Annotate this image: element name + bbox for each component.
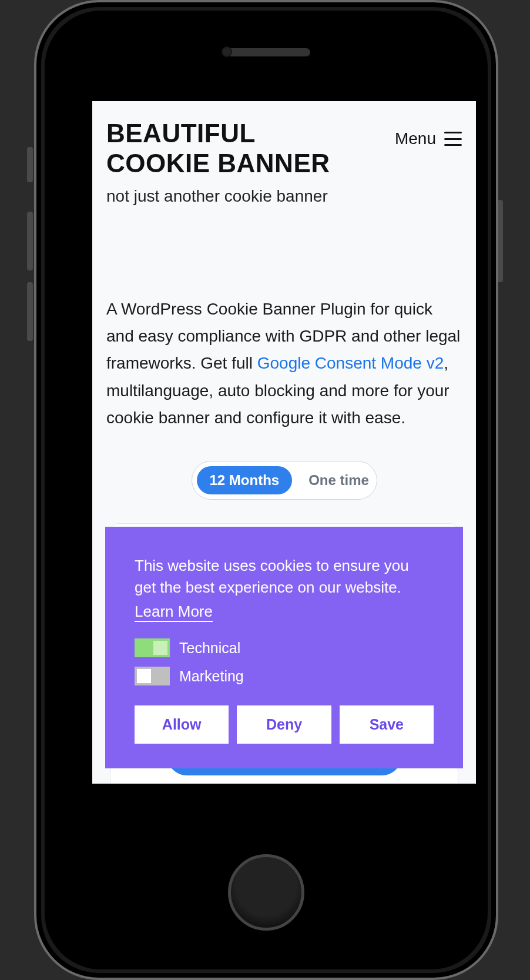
cookie-message: This website uses cookies to ensure you … bbox=[135, 555, 434, 599]
billing-option-12-months[interactable]: 12 Months bbox=[197, 466, 293, 494]
marketing-toggle[interactable] bbox=[135, 667, 170, 685]
phone-home-button[interactable] bbox=[228, 854, 304, 931]
hamburger-icon bbox=[444, 132, 462, 146]
phone-volume-up bbox=[27, 212, 33, 270]
cookie-banner: This website uses cookies to ensure you … bbox=[105, 527, 463, 768]
phone-speaker bbox=[222, 48, 310, 56]
intro-paragraph: A WordPress Cookie Banner Plugin for qui… bbox=[92, 208, 476, 432]
phone-volume-down bbox=[27, 282, 33, 341]
cookie-category-marketing: Marketing bbox=[135, 667, 434, 685]
site-header: BEAUTIFUL COOKIE BANNER not just another… bbox=[92, 101, 476, 208]
technical-toggle[interactable] bbox=[135, 638, 170, 657]
marketing-label: Marketing bbox=[179, 668, 244, 685]
phone-camera bbox=[222, 46, 232, 57]
cookie-categories: Technical Marketing bbox=[135, 638, 434, 685]
phone-frame: BEAUTIFUL COOKIE BANNER not just another… bbox=[34, 0, 498, 980]
screen: BEAUTIFUL COOKIE BANNER not just another… bbox=[92, 101, 476, 784]
site-tagline: not just another cookie banner bbox=[106, 185, 353, 208]
billing-option-one-time[interactable]: One time bbox=[296, 466, 382, 494]
menu-label: Menu bbox=[395, 129, 436, 148]
cookie-category-technical: Technical bbox=[135, 638, 434, 657]
consent-mode-link[interactable]: Google Consent Mode v2 bbox=[257, 354, 444, 372]
menu-button[interactable]: Menu bbox=[395, 119, 462, 148]
learn-more-link[interactable]: Learn More bbox=[135, 603, 213, 622]
deny-button[interactable]: Deny bbox=[237, 705, 331, 744]
phone-mute-switch bbox=[27, 147, 33, 182]
save-button[interactable]: Save bbox=[340, 705, 434, 744]
site-title: BEAUTIFUL COOKIE BANNER bbox=[106, 119, 353, 178]
technical-label: Technical bbox=[179, 640, 240, 657]
billing-toggle: 12 Months One time bbox=[192, 461, 377, 500]
cookie-actions: Allow Deny Save bbox=[135, 705, 434, 744]
allow-button[interactable]: Allow bbox=[135, 705, 229, 744]
